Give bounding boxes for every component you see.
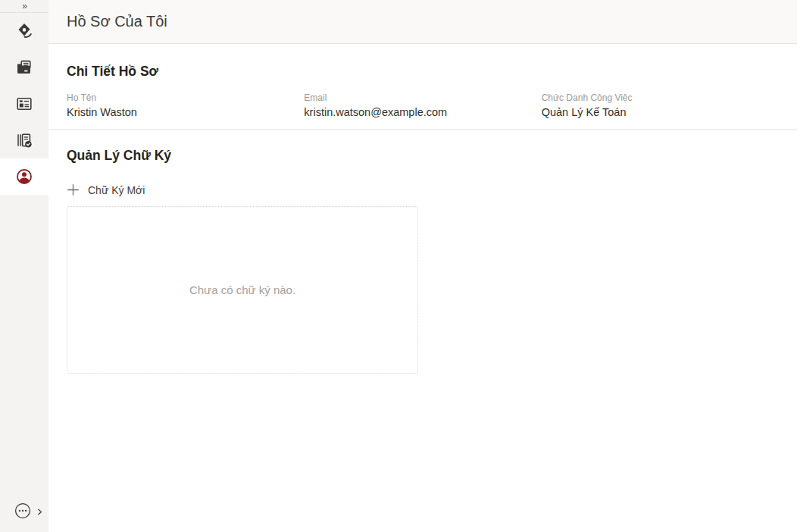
pen-nib-icon	[15, 22, 33, 40]
plus-icon	[67, 183, 80, 196]
signature-empty-state: Chưa có chữ ký nào.	[67, 206, 418, 374]
sidebar-item-documents[interactable]	[0, 49, 48, 86]
person-profile-icon	[15, 167, 33, 186]
profile-fields: Họ Tên Kristin Waston Email kristin.wats…	[67, 92, 779, 118]
page-title: Hồ Sơ Của Tôi	[67, 13, 167, 30]
field-value: Kristin Waston	[67, 106, 304, 118]
field-job-title: Chức Danh Công Việc Quản Lý Kế Toán	[542, 92, 779, 118]
sidebar-item-sign[interactable]	[0, 13, 48, 49]
main-content: Hồ Sơ Của Tôi Chi Tiết Hồ Sơ Họ Tên Kris…	[48, 0, 797, 532]
signature-management-heading: Quản Lý Chữ Ký	[67, 148, 779, 164]
expand-bottom-button[interactable]	[36, 505, 44, 519]
field-email: Email kristin.watson@example.com	[304, 92, 541, 118]
new-signature-label: Chữ Ký Mới	[88, 184, 145, 196]
field-label: Email	[304, 92, 541, 103]
profile-details-heading: Chi Tiết Hồ Sơ	[67, 64, 779, 80]
field-value: Quản Lý Kế Toán	[542, 106, 779, 118]
page-header: Hồ Sơ Của Tôi	[48, 0, 797, 44]
chevron-double-right-icon: »	[22, 2, 27, 11]
sidebar-item-templates[interactable]	[0, 86, 48, 122]
sidebar-item-profile[interactable]	[0, 158, 48, 195]
ellipsis-circle-icon	[14, 502, 32, 523]
chevron-right-icon	[36, 505, 44, 519]
field-label: Họ Tên	[67, 92, 304, 103]
field-value: kristin.watson@example.com	[304, 106, 541, 118]
signature-empty-message: Chưa có chữ ký nào.	[189, 283, 295, 296]
field-full-name: Họ Tên Kristin Waston	[67, 92, 304, 118]
expand-sidebar-button[interactable]: »	[0, 0, 48, 13]
sidebar: »	[0, 0, 48, 532]
document-check-icon	[15, 131, 33, 149]
profile-details-section: Chi Tiết Hồ Sơ Họ Tên Kristin Waston Ema…	[48, 44, 797, 130]
signature-management-section: Quản Lý Chữ Ký Chữ Ký Mới Chưa có chữ ký…	[48, 130, 797, 374]
folder-documents-icon	[15, 58, 33, 77]
contact-card-icon	[15, 95, 33, 113]
more-options-button[interactable]	[14, 502, 32, 523]
sidebar-bottom-controls	[14, 502, 44, 523]
sidebar-nav	[0, 13, 48, 195]
app-window: »	[0, 0, 797, 532]
field-label: Chức Danh Công Việc	[542, 92, 779, 103]
new-signature-button[interactable]: Chữ Ký Mới	[67, 183, 145, 196]
sidebar-item-completed[interactable]	[0, 122, 48, 158]
